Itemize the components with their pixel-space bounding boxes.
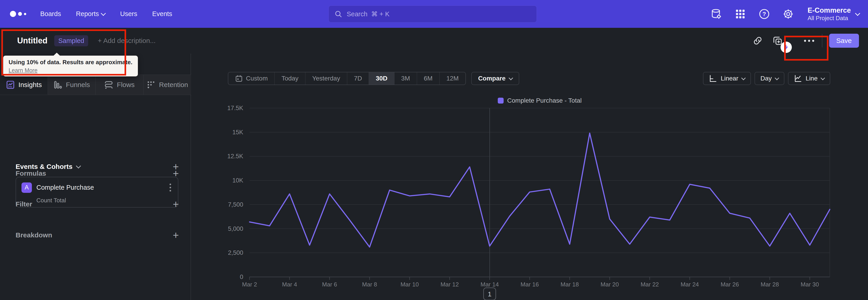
tab-flows[interactable]: Flows — [96, 75, 144, 95]
data-management-icon[interactable] — [710, 8, 722, 20]
more-options-icon[interactable] — [803, 37, 815, 44]
report-type-tabs: Insights Funnels Flows Retention — [0, 74, 191, 95]
chevron-down-icon — [741, 76, 746, 80]
sampling-tooltip: Using 10% of data. Results are approxima… — [3, 56, 138, 77]
range-label: 3M — [401, 75, 410, 82]
nav-item-users[interactable]: Users — [120, 10, 137, 18]
funnels-icon — [53, 80, 62, 89]
add-description[interactable]: + Add description... — [98, 37, 156, 44]
filter-section: Filter + — [16, 200, 179, 208]
y-axis-tick-label: 5,000 — [228, 226, 243, 232]
nav-items: Boards Reports Users Events — [40, 10, 172, 18]
x-axis-tick-label: Mar 24 — [681, 281, 699, 288]
add-breakdown-button[interactable]: + — [173, 231, 179, 239]
report-title[interactable]: Untitled — [17, 36, 48, 46]
tab-retention[interactable]: Retention — [144, 75, 191, 95]
chevron-down-icon[interactable] — [76, 163, 81, 169]
event-name[interactable]: Complete Purchase — [36, 184, 94, 191]
x-axis-tick-label: Mar 20 — [600, 281, 619, 288]
date-range-group: Custom Today Yesterday 7D 30D 3M 6M 12M — [228, 72, 466, 85]
retention-icon — [147, 80, 156, 89]
scale-selector[interactable]: Linear — [703, 72, 751, 85]
mixpanel-logo-icon[interactable] — [10, 11, 26, 17]
add-formula-button[interactable]: + — [173, 169, 179, 178]
chevron-down-icon — [855, 11, 860, 16]
copy-link-icon[interactable] — [752, 35, 764, 47]
range-label: Yesterday — [312, 75, 340, 82]
range-label: 6M — [424, 75, 433, 82]
nav-item-label: Users — [120, 10, 137, 18]
range-12m[interactable]: 12M — [440, 72, 465, 85]
insights-line-chart[interactable]: 02,5005,0007,50010K12.5K15K17.5KMar 2Mar… — [191, 90, 868, 300]
interval-label: Day — [761, 75, 772, 82]
help-icon[interactable]: ? — [758, 8, 770, 20]
event-options-icon[interactable] — [168, 182, 173, 193]
compare-label: Compare — [478, 75, 505, 82]
insights-icon — [6, 80, 15, 89]
x-axis-tick-label: Mar 14 — [480, 281, 499, 288]
line-chart-icon — [794, 74, 802, 83]
range-today[interactable]: Today — [275, 72, 305, 85]
project-scope: All Project Data — [808, 15, 851, 22]
apps-grid-icon[interactable] — [735, 8, 746, 20]
x-axis-tick-label: Mar 26 — [721, 281, 739, 288]
save-button[interactable]: Save — [829, 34, 859, 48]
y-axis-tick-label: 10K — [232, 177, 243, 184]
breakdown-section: Breakdown + — [16, 231, 179, 239]
series-line[interactable] — [250, 133, 830, 247]
chart-display-toolbar: Linear Day Line — [703, 72, 830, 85]
x-axis-tick-label: Mar 16 — [521, 281, 539, 288]
search-input[interactable] — [346, 10, 531, 18]
interval-selector[interactable]: Day — [754, 72, 784, 85]
x-axis-tick-label: Mar 30 — [801, 281, 819, 288]
logo-dot-small — [24, 13, 26, 15]
project-switcher[interactable]: E-Commerce All Project Data — [808, 6, 860, 22]
x-axis-tick-label: Mar 10 — [401, 281, 419, 288]
y-axis-tick-label: 7,500 — [228, 201, 243, 208]
x-axis-tick-label: Mar 8 — [362, 281, 377, 288]
logo-dot-large — [10, 11, 16, 17]
y-axis-tick-label: 2,500 — [228, 249, 243, 256]
tab-insights[interactable]: Insights — [0, 75, 48, 95]
range-label: Today — [281, 75, 298, 82]
range-30d-selected[interactable]: 30D — [369, 72, 394, 85]
report-header-actions: Save — [752, 28, 859, 54]
scale-label: Linear — [721, 75, 738, 82]
range-7d[interactable]: 7D — [347, 72, 369, 85]
chevron-down-icon — [820, 76, 825, 80]
query-sidebar: Insights Funnels Flows Retention — [0, 54, 191, 300]
chart-type-selector[interactable]: Line — [788, 72, 830, 85]
x-axis-tick-label: Mar 18 — [561, 281, 579, 288]
compare-button[interactable]: Compare — [471, 72, 519, 85]
y-axis-tick-label: 17.5K — [227, 105, 243, 112]
y-axis-tick-label: 15K — [232, 129, 243, 136]
range-yesterday[interactable]: Yesterday — [305, 72, 347, 85]
search-bar[interactable] — [329, 5, 537, 23]
formulas-section: Formulas + — [16, 169, 179, 178]
x-axis-tick-label: Mar 2 — [242, 281, 257, 288]
tab-funnels[interactable]: Funnels — [48, 75, 96, 95]
nav-item-reports[interactable]: Reports — [76, 10, 105, 18]
nav-item-events[interactable]: Events — [152, 10, 172, 18]
add-filter-button[interactable]: + — [173, 200, 179, 208]
range-label: Custom — [246, 75, 268, 82]
chevron-down-icon — [101, 11, 106, 16]
range-custom[interactable]: Custom — [228, 72, 275, 85]
settings-gear-icon[interactable] — [782, 8, 794, 20]
top-navbar: Boards Reports Users Events — [0, 0, 868, 28]
range-3m[interactable]: 3M — [395, 72, 417, 85]
tooltip-arrow — [53, 53, 60, 56]
y-axis-tick-label: 12.5K — [227, 153, 243, 160]
tooltip-learn-more-link[interactable]: Learn More — [8, 67, 132, 74]
nav-item-label: Boards — [40, 10, 61, 18]
nav-item-boards[interactable]: Boards — [40, 10, 61, 18]
filter-label: Filter — [16, 200, 32, 208]
range-label: 12M — [446, 75, 459, 82]
sampled-badge[interactable]: Sampled — [54, 35, 88, 46]
formulas-label: Formulas — [16, 170, 46, 177]
chevron-down-icon — [775, 76, 779, 80]
navbar-right: ? E-Commerce All Project Data — [710, 0, 860, 28]
range-6m[interactable]: 6M — [417, 72, 440, 85]
nav-item-label: Reports — [76, 10, 99, 18]
calendar-icon — [235, 74, 243, 82]
